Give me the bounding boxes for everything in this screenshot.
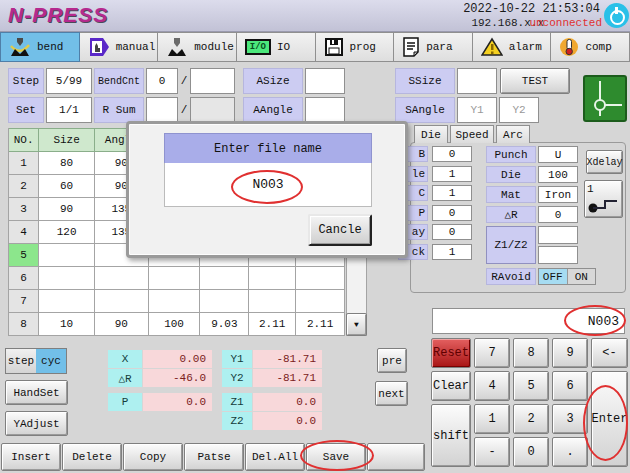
go-origin-button[interactable] <box>583 75 627 122</box>
xdelay-button[interactable]: Xdelay <box>586 150 623 174</box>
handset-button[interactable]: HandSet <box>5 380 68 405</box>
asize-value-field[interactable] <box>305 68 345 94</box>
cell-7[interactable] <box>296 267 345 290</box>
set-value-field[interactable]: 1/1 <box>46 97 92 123</box>
param-value-field[interactable]: 0 <box>432 224 472 240</box>
save-button[interactable]: Save <box>306 443 366 471</box>
key-dot[interactable]: . <box>552 437 588 467</box>
param-value-field[interactable]: 1 <box>432 166 472 182</box>
cyc-mode-option[interactable]: cyc <box>36 349 66 373</box>
insert-button[interactable]: Insert <box>1 443 61 471</box>
yadjust-button[interactable]: YAdjust <box>5 411 68 436</box>
tab-prog[interactable]: prog <box>316 32 395 62</box>
test-button[interactable]: TEST <box>500 68 570 94</box>
cell-7[interactable] <box>296 290 345 313</box>
rsum-value-field[interactable] <box>146 97 178 123</box>
key-4[interactable]: 4 <box>474 371 510 401</box>
copy-button[interactable]: Copy <box>123 443 183 471</box>
cell-5[interactable]: 9.03 <box>200 313 249 336</box>
tab-io[interactable]: I/O IO <box>237 32 316 62</box>
tab-speed[interactable]: Speed <box>450 125 494 143</box>
cell-6[interactable]: 2.11 <box>249 313 296 336</box>
key-3[interactable]: 3 <box>552 404 588 434</box>
ravoid-on-option[interactable]: ON <box>567 269 596 284</box>
delete-button[interactable]: Delete <box>62 443 122 471</box>
step-value-field[interactable]: 5/99 <box>46 68 92 94</box>
cell-7[interactable]: 2.11 <box>296 313 345 336</box>
scroll-down-button[interactable]: ▼ <box>346 313 367 336</box>
cell-angle[interactable] <box>95 267 149 290</box>
tab-die[interactable]: Die <box>414 125 448 143</box>
table-row[interactable]: 8 10 90 100 9.03 2.11 2.11 <box>9 313 345 336</box>
bendcnt-value-field[interactable]: 0 <box>146 68 178 94</box>
cell-size[interactable] <box>39 267 95 290</box>
delete-all-button[interactable]: Del.All <box>245 443 305 471</box>
key-0[interactable]: 0 <box>513 437 549 467</box>
aangle-value-field[interactable] <box>305 97 345 123</box>
empty-button[interactable] <box>367 443 425 471</box>
key-1[interactable]: 1 <box>474 404 510 434</box>
tab-module[interactable]: module <box>158 32 237 62</box>
cell-angle[interactable] <box>95 290 149 313</box>
tab-bend[interactable]: bend <box>0 32 80 62</box>
tab-para[interactable]: para <box>394 32 473 62</box>
cancel-button[interactable]: Cancle <box>308 214 372 246</box>
key-2[interactable]: 2 <box>513 404 549 434</box>
cell-size[interactable]: 90 <box>39 198 95 221</box>
cell-size[interactable]: 80 <box>39 152 95 175</box>
key-reset[interactable]: Reset <box>431 338 471 368</box>
tab-comp[interactable]: comp <box>551 32 630 62</box>
punch-value-field[interactable]: U <box>538 146 578 163</box>
sangle-y2-field[interactable]: Y2 <box>499 97 539 123</box>
key-6[interactable]: 6 <box>552 371 588 401</box>
bendcnt-total-field[interactable] <box>190 68 235 94</box>
cell-size[interactable]: 10 <box>39 313 95 336</box>
param-value-field[interactable]: 0 <box>432 146 472 162</box>
cell-6[interactable] <box>249 267 296 290</box>
ssize-value-field[interactable] <box>457 68 497 94</box>
cell-5[interactable] <box>200 290 249 313</box>
cell-angle[interactable]: 90 <box>95 313 149 336</box>
key-enter[interactable]: Enter <box>591 371 628 467</box>
param-value-field[interactable]: 1 <box>432 185 472 201</box>
step-mode-option[interactable]: step <box>6 349 36 373</box>
die-value-field[interactable]: 100 <box>538 166 578 183</box>
power-icon[interactable] <box>604 3 629 28</box>
key-9[interactable]: 9 <box>552 338 588 368</box>
tab-manual[interactable]: manual <box>80 32 159 62</box>
key-clear[interactable]: Clear <box>431 371 471 401</box>
table-row[interactable]: 7 <box>9 290 345 313</box>
key-7[interactable]: 7 <box>474 338 510 368</box>
tab-alarm[interactable]: alarm <box>473 32 552 62</box>
cell-5[interactable] <box>200 267 249 290</box>
cell-size[interactable] <box>39 244 95 267</box>
cell-size[interactable]: 120 <box>39 221 95 244</box>
key-8[interactable]: 8 <box>513 338 549 368</box>
pre-button[interactable]: pre <box>377 348 407 373</box>
key-5[interactable]: 5 <box>513 371 549 401</box>
delta-r-value-field[interactable]: 0 <box>538 206 578 223</box>
tab-arc[interactable]: Arc <box>496 125 530 143</box>
param-value-field[interactable]: 1 <box>432 244 472 260</box>
z1-value-field[interactable] <box>538 226 578 244</box>
paste-button[interactable]: Patse <box>184 443 244 471</box>
next-button[interactable]: next <box>375 381 408 406</box>
cell-4[interactable] <box>149 267 201 290</box>
retract-flag-button[interactable]: 1 <box>584 180 623 218</box>
mat-value-field[interactable]: Iron <box>538 186 578 203</box>
cell-size[interactable]: 60 <box>39 175 95 198</box>
cell-4[interactable] <box>149 290 201 313</box>
keypad-display[interactable]: N003 <box>432 308 625 334</box>
cell-size[interactable] <box>39 290 95 313</box>
z1z2-button[interactable]: Z1/Z2 <box>486 226 536 264</box>
step-cyc-toggle[interactable]: step cyc <box>5 348 67 374</box>
param-value-field[interactable]: 0 <box>432 205 472 221</box>
key-backspace[interactable]: <- <box>591 338 628 368</box>
key-shift[interactable]: shift <box>431 404 471 467</box>
ravoid-off-option[interactable]: OFF <box>539 269 567 284</box>
key-minus[interactable]: - <box>474 437 510 467</box>
cell-6[interactable] <box>249 290 296 313</box>
sangle-y1-field[interactable]: Y1 <box>457 97 497 123</box>
table-row[interactable]: 6 <box>9 267 345 290</box>
z2-value-field[interactable] <box>538 246 578 264</box>
